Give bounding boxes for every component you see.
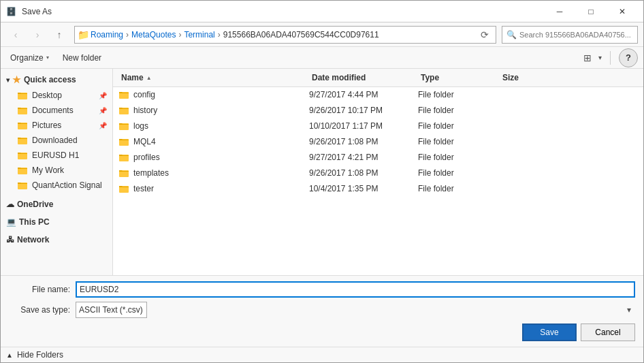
title-bar-left: 🗄️ Save As: [6, 7, 52, 16]
quick-access-label: Quick access: [24, 75, 76, 84]
name-sort-arrow: ▲: [146, 75, 152, 81]
column-header: Name ▲ Date modified Type Size: [113, 69, 643, 87]
file-folder-icon: [118, 136, 129, 147]
desktop-pin-icon: 📌: [99, 92, 107, 99]
size-column-header[interactable]: Size: [500, 72, 554, 84]
sidebar-item-pictures[interactable]: Pictures 📌: [1, 118, 112, 133]
sidebar-section-onedrive: ☁ OneDrive: [1, 197, 112, 212]
onedrive-icon: ☁: [6, 200, 14, 209]
sidebar-item-mywork[interactable]: My Work: [1, 163, 112, 178]
table-row[interactable]: config 9/27/2017 4:44 PM File folder: [113, 87, 643, 103]
filetype-label: Save as type:: [9, 305, 70, 315]
close-button[interactable]: ✕: [607, 1, 638, 22]
file-name: config: [133, 90, 155, 99]
type-column-header[interactable]: Type: [418, 72, 500, 84]
address-folder-icon: 📁: [78, 29, 89, 40]
name-column-header[interactable]: Name ▲: [118, 72, 309, 84]
file-date-cell: 9/27/2017 4:44 PM: [309, 90, 418, 99]
desktop-label: Desktop: [32, 91, 62, 100]
filetype-select[interactable]: ASCII Text (*.csv): [76, 302, 147, 318]
organize-button[interactable]: Organize ▾: [6, 52, 53, 64]
table-row[interactable]: MQL4 9/26/2017 1:08 PM File folder: [113, 134, 643, 150]
quantaction-folder-icon: [17, 180, 28, 191]
sidebar-item-documents[interactable]: Documents 📌: [1, 103, 112, 118]
organize-dropdown-arrow: ▾: [46, 54, 49, 61]
sidebar-item-downloaded[interactable]: Downloaded: [1, 133, 112, 148]
mywork-label: My Work: [32, 165, 64, 175]
file-name-cell: tester: [118, 183, 309, 194]
new-folder-label: New folder: [63, 53, 101, 63]
onedrive-header[interactable]: ☁ OneDrive: [1, 197, 112, 212]
documents-label: Documents: [32, 106, 74, 115]
pictures-pin-icon: 📌: [99, 122, 107, 129]
table-row[interactable]: templates 9/26/2017 1:08 PM File folder: [113, 165, 643, 181]
file-folder-icon: [118, 105, 129, 116]
filename-input[interactable]: [76, 281, 635, 298]
save-as-dialog: 🗄️ Save As ─ □ ✕ ‹ › ↑ 📁 Roaming › MetaQ…: [0, 0, 644, 363]
file-type-cell: File folder: [418, 153, 500, 162]
eurusd-label: EURUSD H1: [32, 151, 79, 160]
file-name: tester: [133, 184, 154, 193]
file-name: MQL4: [133, 137, 156, 146]
cancel-button[interactable]: Cancel: [581, 323, 635, 341]
file-name: templates: [133, 168, 169, 178]
file-list: config 9/27/2017 4:44 PM File folder his…: [113, 87, 643, 275]
table-row[interactable]: tester 10/4/2017 1:35 PM File folder: [113, 181, 643, 197]
view-button[interactable]: ⊞: [578, 48, 597, 67]
sidebar-item-eurusd[interactable]: EURUSD H1: [1, 148, 112, 163]
breadcrumb-metaquotes[interactable]: MetaQuotes: [131, 30, 176, 40]
table-row[interactable]: history 9/26/2017 10:17 PM File folder: [113, 103, 643, 119]
quick-access-header[interactable]: ▾ ★ Quick access: [1, 72, 112, 88]
file-type-cell: File folder: [418, 168, 500, 178]
organize-label: Organize: [10, 53, 44, 63]
minimize-button[interactable]: ─: [544, 1, 575, 22]
hide-folders-row[interactable]: ▲ Hide Folders: [1, 347, 643, 362]
up-button[interactable]: ↑: [50, 25, 69, 44]
sidebar: ▾ ★ Quick access Desktop 📌 Documents 📌: [1, 69, 113, 275]
file-date-cell: 9/26/2017 1:08 PM: [309, 168, 418, 178]
search-icon: 🔍: [506, 30, 517, 40]
hide-folders-label: Hide Folders: [17, 350, 63, 360]
help-button[interactable]: ?: [619, 48, 638, 67]
date-column-header[interactable]: Date modified: [309, 72, 418, 84]
file-type-cell: File folder: [418, 137, 500, 146]
date-column-label: Date modified: [312, 73, 366, 82]
search-bar[interactable]: 🔍: [502, 26, 638, 44]
sidebar-item-quantaction[interactable]: QuantAction Signal: [1, 178, 112, 193]
size-column-label: Size: [502, 73, 519, 82]
separator: [610, 51, 611, 65]
file-name-cell: templates: [118, 168, 309, 178]
table-row[interactable]: profiles 9/27/2017 4:21 PM File folder: [113, 150, 643, 165]
address-bar[interactable]: 📁 Roaming › MetaQuotes › Terminal › 9155…: [74, 26, 496, 44]
save-button[interactable]: Save: [522, 323, 577, 341]
file-type-cell: File folder: [418, 90, 500, 99]
table-row[interactable]: logs 10/10/2017 1:17 PM File folder: [113, 119, 643, 134]
file-date-cell: 9/26/2017 10:17 PM: [309, 106, 418, 115]
quantaction-label: QuantAction Signal: [32, 180, 102, 190]
action-bar: Organize ▾ New folder ⊞ ▾ ?: [1, 47, 643, 69]
breadcrumb-roaming[interactable]: Roaming: [91, 30, 123, 40]
forward-button[interactable]: ›: [28, 25, 47, 44]
title-bar: 🗄️ Save As ─ □ ✕: [1, 1, 643, 22]
window-title: Save As: [22, 7, 52, 16]
pc-icon: 💻: [6, 217, 16, 227]
sidebar-item-desktop[interactable]: Desktop 📌: [1, 88, 112, 103]
file-date-cell: 10/4/2017 1:35 PM: [309, 184, 418, 193]
help-icon: ?: [626, 52, 631, 63]
network-header[interactable]: 🖧 Network: [1, 232, 112, 247]
quick-access-star-icon: ★: [12, 74, 21, 85]
content-area: Name ▲ Date modified Type Size: [113, 69, 643, 275]
type-column-label: Type: [421, 73, 439, 82]
new-folder-button[interactable]: New folder: [59, 52, 106, 64]
title-buttons: ─ □ ✕: [544, 1, 638, 22]
main-area: ▾ ★ Quick access Desktop 📌 Documents 📌: [1, 69, 643, 275]
back-button[interactable]: ‹: [6, 25, 25, 44]
refresh-button[interactable]: ⟳: [477, 27, 493, 43]
sidebar-section-network: 🖧 Network: [1, 232, 112, 247]
search-input[interactable]: [519, 31, 633, 39]
maximize-button[interactable]: □: [575, 1, 607, 22]
file-folder-icon: [118, 183, 129, 194]
view-dropdown-arrow[interactable]: ▾: [598, 54, 602, 61]
thispc-header[interactable]: 💻 This PC: [1, 215, 112, 230]
breadcrumb-terminal[interactable]: Terminal: [184, 30, 214, 40]
